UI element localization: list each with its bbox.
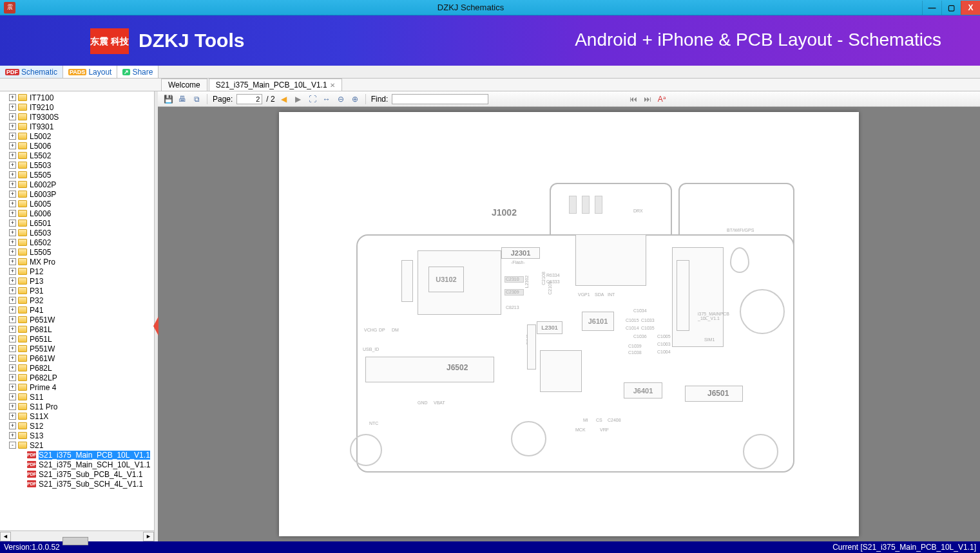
expand-icon[interactable]: + [9,239,16,246]
expand-icon[interactable]: + [9,210,16,217]
expand-icon[interactable]: + [9,229,16,236]
expand-icon[interactable]: + [9,277,16,285]
tree-folder[interactable]: +L6005 [1,199,154,209]
expand-icon[interactable]: + [9,316,16,323]
tree-folder[interactable]: +P682L [1,363,154,373]
tree-view[interactable]: +IT7100+IT9210+IT9300S+IT9301+L5002+L500… [0,91,154,530]
tree-folder[interactable]: +L6002P [1,180,154,189]
tree-folder[interactable]: +L5503 [1,160,154,170]
zoom-in-icon[interactable]: ⊕ [350,94,360,104]
scroll-left-button[interactable]: ◄ [0,532,11,541]
fit-page-icon[interactable]: ⛶ [307,94,318,104]
expand-icon[interactable]: + [9,200,16,207]
expand-icon[interactable]: + [9,393,16,400]
page-input[interactable] [236,94,262,104]
next-page-icon[interactable]: ▶ [293,94,303,104]
close-button[interactable]: X [961,1,980,15]
tree-folder[interactable]: +L5502 [1,151,154,160]
tree-folder[interactable]: +L6501 [1,218,154,228]
tree-hscroll[interactable]: ◄ ► [0,530,154,541]
expand-icon[interactable]: + [9,142,16,149]
tree-folder[interactable]: +P41 [1,305,154,315]
tree-folder[interactable]: +S13 [1,431,154,440]
tree-folder[interactable]: +P651W [1,315,154,324]
expand-icon[interactable]: + [9,306,16,314]
tool-tab-share[interactable]: ↗Share [117,66,159,78]
tree-folder[interactable]: +P551W [1,344,154,353]
tree-folder-open[interactable]: -S21 [1,440,154,450]
expand-icon[interactable]: + [9,181,16,188]
tree-folder[interactable]: +L5002 [1,131,154,141]
expand-icon[interactable]: + [9,152,16,159]
expand-icon[interactable]: + [9,191,16,198]
tree-folder[interactable]: +P681L [1,324,154,334]
expand-icon[interactable]: + [9,248,16,256]
maximize-button[interactable]: ▢ [941,1,961,15]
tree-folder[interactable]: +IT9301 [1,122,154,131]
prev-page-icon[interactable]: ◀ [279,94,289,104]
tree-folder[interactable]: +L6003P [1,189,154,199]
tool-tab-schematic[interactable]: PDFSchematic [0,66,63,78]
pdf-canvas[interactable]: J1002 DRX BT/WIFI/GPS U3102 J6504 J2301 … [158,107,980,541]
expand-icon[interactable]: + [9,297,16,304]
tree-file[interactable]: PDFS21_i375_Sub_PCB_4L_V1.1 [1,469,154,479]
tree-folder[interactable]: +P13 [1,276,154,286]
save-icon[interactable]: 💾 [163,94,173,104]
expand-icon[interactable]: + [9,326,16,333]
tree-folder[interactable]: +IT9300S [1,112,154,122]
close-tab-icon[interactable]: ✕ [330,82,335,89]
tree-folder[interactable]: +P31 [1,286,154,295]
expand-icon[interactable]: + [9,220,16,227]
tree-folder[interactable]: +IT7100 [1,93,154,102]
tree-file[interactable]: PDFS21_i375_Main_SCH_10L_V1.1 [1,460,154,469]
tree-folder[interactable]: +S11 Pro [1,402,154,411]
expand-icon[interactable]: + [9,345,16,352]
text-size-icon[interactable]: Aᵃ [657,94,667,104]
expand-icon[interactable]: + [9,374,16,381]
print-icon[interactable]: 🖶 [177,94,187,104]
scroll-right-button[interactable]: ► [143,532,154,541]
collapse-icon[interactable]: - [9,442,16,449]
tree-folder[interactable]: +L5505 [1,170,154,180]
tree-folder[interactable]: +MX Pro [1,257,154,267]
tree-file[interactable]: PDFS21_i375_Main_PCB_10L_V1.1 [1,450,154,460]
expand-icon[interactable]: + [9,403,16,410]
find-input[interactable] [392,94,488,104]
find-prev-icon[interactable]: ⏮ [628,94,639,104]
expand-icon[interactable]: + [9,355,16,362]
tree-folder[interactable]: +S11 [1,392,154,402]
tree-folder[interactable]: +P32 [1,295,154,305]
expand-icon[interactable]: + [9,171,16,178]
fit-width-icon[interactable]: ↔ [322,94,332,104]
splitter-grip-icon[interactable] [153,317,159,336]
tree-folder[interactable]: +P651L [1,334,154,344]
expand-icon[interactable]: + [9,413,16,420]
tree-folder[interactable]: +L6503 [1,228,154,238]
expand-icon[interactable]: + [9,422,16,429]
doc-tab[interactable]: Welcome [161,79,207,91]
scroll-thumb[interactable] [62,537,88,545]
expand-icon[interactable]: + [9,133,16,140]
tree-folder[interactable]: +L5006 [1,141,154,151]
minimize-button[interactable]: — [922,1,941,15]
tree-folder[interactable]: +P682LP [1,373,154,382]
expand-icon[interactable]: + [9,113,16,120]
expand-icon[interactable]: + [9,258,16,265]
expand-icon[interactable]: + [9,94,16,101]
expand-icon[interactable]: + [9,432,16,439]
tree-folder[interactable]: +L6006 [1,209,154,218]
tool-tab-layout[interactable]: PADSLayout [63,66,117,78]
tree-folder[interactable]: +S12 [1,421,154,431]
tree-folder[interactable]: +P661W [1,353,154,363]
zoom-out-icon[interactable]: ⊖ [336,94,346,104]
tree-folder[interactable]: +L5505 [1,247,154,257]
tree-folder[interactable]: +L6502 [1,238,154,247]
tree-file[interactable]: PDFS21_i375_Sub_SCH_4L_V1.1 [1,479,154,489]
expand-icon[interactable]: + [9,268,16,275]
expand-icon[interactable]: + [9,287,16,294]
expand-icon[interactable]: + [9,104,16,111]
copy-icon[interactable]: ⧉ [191,94,202,104]
expand-icon[interactable]: + [9,335,16,342]
tree-folder[interactable]: +S11X [1,411,154,421]
expand-icon[interactable]: + [9,123,16,130]
